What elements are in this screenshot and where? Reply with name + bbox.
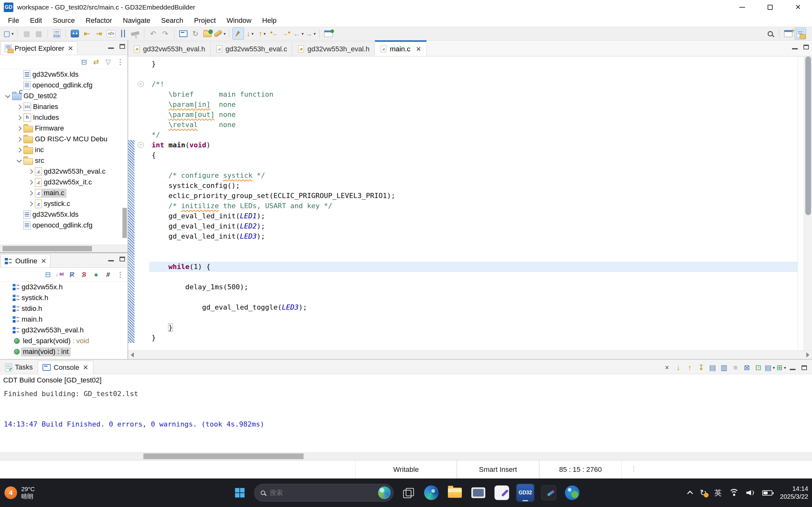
open-perspective-button[interactable] xyxy=(782,27,794,40)
menu-help[interactable]: Help xyxy=(257,16,282,25)
menu-window[interactable]: Window xyxy=(221,16,257,25)
taskbar-search-box[interactable] xyxy=(254,484,394,502)
prev-annotation-button[interactable]: ↑▾ xyxy=(257,27,268,40)
maximize-button[interactable] xyxy=(756,0,784,14)
new-wizard-button[interactable]: ▢▾ xyxy=(3,27,14,40)
outline-item-systick.h[interactable]: systick.h xyxy=(0,292,128,303)
scroll-lock-button[interactable]: ▥ xyxy=(719,361,729,374)
screen-capture-app-button[interactable] xyxy=(469,484,488,502)
globe-app-app-button[interactable] xyxy=(563,484,581,502)
menu-navigate[interactable]: Navigate xyxy=(117,16,156,25)
maximize-button[interactable] xyxy=(799,361,809,374)
minimize-button[interactable] xyxy=(728,0,756,14)
menu-search[interactable]: Search xyxy=(156,16,189,25)
volume-icon[interactable] xyxy=(746,489,755,497)
profile-config-button[interactable] xyxy=(117,27,129,40)
next-annotation-button[interactable]: ↓▾ xyxy=(245,27,256,40)
expander-closed-icon[interactable] xyxy=(26,166,35,177)
outline-item-main.h[interactable]: main.h xyxy=(0,314,128,325)
close-icon[interactable]: ✕ xyxy=(416,45,421,53)
redo-button[interactable]: ↷ xyxy=(159,27,171,40)
console-tab-Tasks[interactable]: Tasks xyxy=(1,360,37,374)
hidden-icons-chevron-icon[interactable] xyxy=(687,491,693,496)
gd32-app-button[interactable]: GD32 xyxy=(516,484,535,502)
outline-item-main(void)[interactable]: main(void) : int xyxy=(0,346,128,357)
expander-closed-icon[interactable] xyxy=(14,112,23,123)
editor-horizontal-scrollbar[interactable] xyxy=(128,350,812,359)
project-tree-horizontal-scrollbar[interactable] xyxy=(0,245,128,252)
undo-button[interactable]: ↶ xyxy=(148,27,159,40)
save-button[interactable]: ▦ xyxy=(21,27,32,40)
show-stdout-button[interactable]: ↓ xyxy=(673,361,683,374)
expander-closed-icon[interactable] xyxy=(26,187,35,199)
hide-inactive-button[interactable]: # xyxy=(103,269,113,280)
console-horizontal-scrollbar[interactable] xyxy=(0,452,812,460)
close-icon[interactable]: ✕ xyxy=(68,45,73,52)
flash-download-button[interactable]: ▾ xyxy=(214,27,226,40)
pen-app-app-button[interactable] xyxy=(493,484,511,502)
menu-edit[interactable]: Edit xyxy=(24,16,47,25)
dev-tool-app-button[interactable] xyxy=(540,484,558,502)
tree-item-Binaries[interactable]: Binaries xyxy=(0,101,128,112)
search-input[interactable] xyxy=(270,489,374,497)
menu-project[interactable]: Project xyxy=(189,16,221,25)
maximize-view-icon[interactable] xyxy=(119,257,125,262)
close-button[interactable]: ✕ xyxy=(784,0,812,14)
minimize-button[interactable] xyxy=(788,361,798,374)
open-console-button[interactable]: ⊞▾ xyxy=(776,361,786,374)
task-view-app-button[interactable] xyxy=(399,484,417,502)
tab-outline[interactable]: Outline ✕ xyxy=(1,254,50,268)
run-config-button[interactable] xyxy=(202,27,213,40)
search-assistant-icon[interactable] xyxy=(378,487,391,499)
taskbar-clock[interactable]: 14:14 2025/3/22 xyxy=(780,485,808,501)
hide-non-public-button[interactable]: ● xyxy=(91,269,101,280)
start-button[interactable] xyxy=(231,484,249,502)
refresh-button[interactable]: ↻ xyxy=(190,27,201,40)
edge-app-button[interactable] xyxy=(422,484,441,502)
save-all-button[interactable]: ▩ xyxy=(33,27,44,40)
file-explorer-app-button[interactable] xyxy=(446,484,464,502)
show-whitespace-button[interactable]: ≡ xyxy=(730,361,741,374)
outline-item-gd32vw553h_eval.h[interactable]: gd32vw553h_eval.h xyxy=(0,325,128,336)
tree-item-GD_test02[interactable]: GD_test02 xyxy=(0,91,128,101)
show-stderr-button[interactable]: ↑ xyxy=(685,361,695,374)
tree-item-gd32vw55x.lds[interactable]: gd32vw55x.lds xyxy=(0,209,128,220)
skip-back-button[interactable]: ⇤ xyxy=(81,27,93,40)
display-selected-console-button[interactable]: ▤▾ xyxy=(765,361,775,374)
editor-tab-gd32vw553h_eval.h[interactable]: gd32vw553h_eval.h xyxy=(293,42,375,56)
project-tree-vertical-scrollbar[interactable] xyxy=(122,69,127,245)
editor-tab-gd32vw553h_eval.c[interactable]: gd32vw553h_eval.c xyxy=(211,42,293,56)
link-with-editor-button[interactable]: ⇄ xyxy=(91,57,101,67)
tree-item-gd32vw553h_eval.c[interactable]: gd32vw553h_eval.c xyxy=(0,166,128,177)
tree-item-main.c[interactable]: main.c xyxy=(0,187,128,199)
tree-item-gd32vw55x_it.c[interactable]: gd32vw55x_it.c xyxy=(0,177,128,187)
view-menu-button[interactable]: ⋮ xyxy=(115,57,125,67)
collapse-all-button[interactable]: ⊟ xyxy=(79,57,90,67)
forward-button[interactable]: →▾ xyxy=(305,27,316,40)
pin-console-button[interactable]: ⊡ xyxy=(753,361,763,374)
minimize-view-icon[interactable] xyxy=(792,48,798,49)
collapse-all-button[interactable]: ⊟ xyxy=(43,269,53,280)
maximize-view-icon[interactable] xyxy=(803,45,809,49)
search-button[interactable] xyxy=(764,27,776,40)
ime-language-button[interactable]: 英 xyxy=(714,488,722,498)
skip-forward-button[interactable]: ⇥ xyxy=(93,27,105,40)
remove-all-terminated-button[interactable]: × xyxy=(662,361,672,374)
maximize-view-icon[interactable] xyxy=(119,44,125,49)
back-button[interactable]: ←▾ xyxy=(293,27,304,40)
hide-static-button[interactable]: S xyxy=(79,269,90,280)
menu-refactor[interactable]: Refactor xyxy=(80,16,117,25)
tree-item-gd32vw55x.lds[interactable]: gd32vw55x.lds xyxy=(0,69,128,80)
menu-source[interactable]: Source xyxy=(47,16,80,25)
view-menu-button[interactable]: ⋮ xyxy=(115,269,125,280)
expander-closed-icon[interactable] xyxy=(26,177,35,187)
console-output[interactable]: Finished building: GD_test02.lst 14:13:4… xyxy=(0,386,812,452)
weather-widget[interactable]: 4 29°C 晴朗 xyxy=(4,486,35,500)
tree-item-GD RISC-V MCU Debu[interactable]: GD RISC-V MCU Debu xyxy=(0,134,128,145)
cpp-perspective-button[interactable] xyxy=(795,27,806,40)
tree-item-Firmware[interactable]: Firmware xyxy=(0,123,128,134)
outline-item-gd32vw55x.h[interactable]: gd32vw55x.h xyxy=(0,282,128,292)
clear-console-button[interactable]: ⊠ xyxy=(742,361,752,374)
word-wrap-button[interactable]: ▤ xyxy=(708,361,718,374)
expander-closed-icon[interactable] xyxy=(26,199,35,209)
